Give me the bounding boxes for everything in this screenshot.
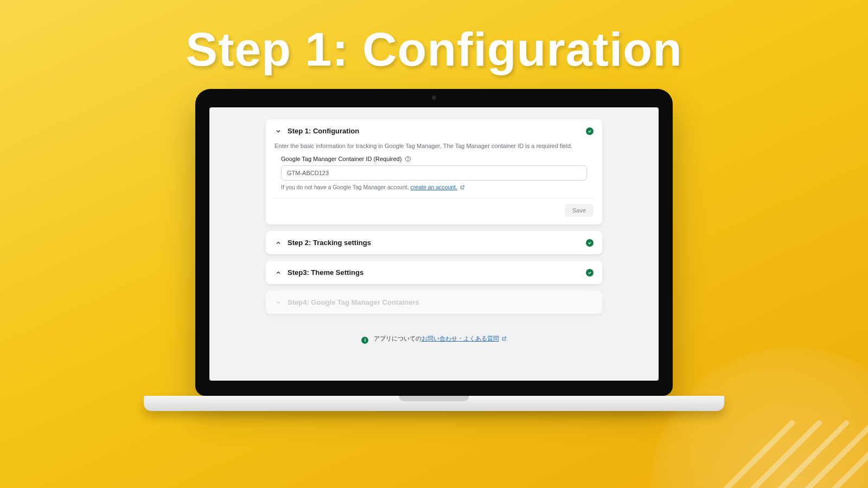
step1-description: Enter the basic information for tracking… <box>275 143 593 149</box>
svg-line-0 <box>694 423 792 488</box>
help-icon[interactable] <box>405 156 411 162</box>
container-id-label: Google Tag Manager Container ID (Require… <box>281 156 401 162</box>
divider <box>275 198 593 198</box>
step4-header: Step4: Google Tag Manager Containers <box>266 291 602 314</box>
chevron-down-icon <box>275 127 282 135</box>
svg-line-2 <box>749 423 846 488</box>
external-link-icon <box>502 336 507 341</box>
check-circle-icon <box>586 269 593 277</box>
step1-title: Step 1: Configuration <box>288 127 580 135</box>
chevron-up-icon <box>275 239 282 247</box>
decorative-circle <box>651 347 868 488</box>
svg-line-3 <box>776 423 868 488</box>
step2-title: Step 2: Tracking settings <box>288 239 580 247</box>
step2-header[interactable]: Step 2: Tracking settings <box>266 231 602 254</box>
slide-heading: Step 1: Configuration <box>0 22 868 77</box>
chevron-up-icon <box>275 299 282 306</box>
decorative-stripes <box>673 358 868 488</box>
step2-card: Step 2: Tracking settings <box>266 231 602 254</box>
check-circle-icon <box>586 127 593 135</box>
check-circle-icon <box>586 239 593 247</box>
svg-line-1 <box>722 423 819 488</box>
step3-card: Step3: Theme Settings <box>266 261 602 284</box>
create-account-link[interactable]: create an account. <box>411 184 457 190</box>
external-link-icon <box>460 184 465 189</box>
step1-header[interactable]: Step 1: Configuration <box>266 119 602 143</box>
step4-card: Step4: Google Tag Manager Containers <box>266 291 602 314</box>
info-icon: i <box>361 337 368 344</box>
laptop-base <box>144 396 724 411</box>
footer-prefix: アプリについての <box>374 335 422 342</box>
footer-help: i アプリについてのお問い合わせ・よくある質問 <box>266 335 602 344</box>
chevron-up-icon <box>275 269 282 277</box>
footer-help-link[interactable]: お問い合わせ・よくある質問 <box>422 335 499 342</box>
laptop-notch <box>399 396 469 401</box>
promo-slide: Step 1: Configuration Step 1: Configurat… <box>0 0 868 488</box>
save-button[interactable]: Save <box>565 204 593 217</box>
container-id-input[interactable] <box>281 165 587 181</box>
container-id-hint: If you do not have a Google Tag Manager … <box>281 184 587 190</box>
svg-line-4 <box>803 423 868 488</box>
app-screen: Step 1: Configuration Enter the basic in… <box>209 107 659 381</box>
svg-point-6 <box>408 160 409 160</box>
step4-title: Step4: Google Tag Manager Containers <box>288 298 593 306</box>
step3-header[interactable]: Step3: Theme Settings <box>266 261 602 284</box>
camera-dot <box>432 95 436 100</box>
laptop-mockup: Step 1: Configuration Enter the basic in… <box>195 89 673 396</box>
step3-title: Step3: Theme Settings <box>288 268 580 277</box>
step1-card: Step 1: Configuration Enter the basic in… <box>266 119 602 224</box>
